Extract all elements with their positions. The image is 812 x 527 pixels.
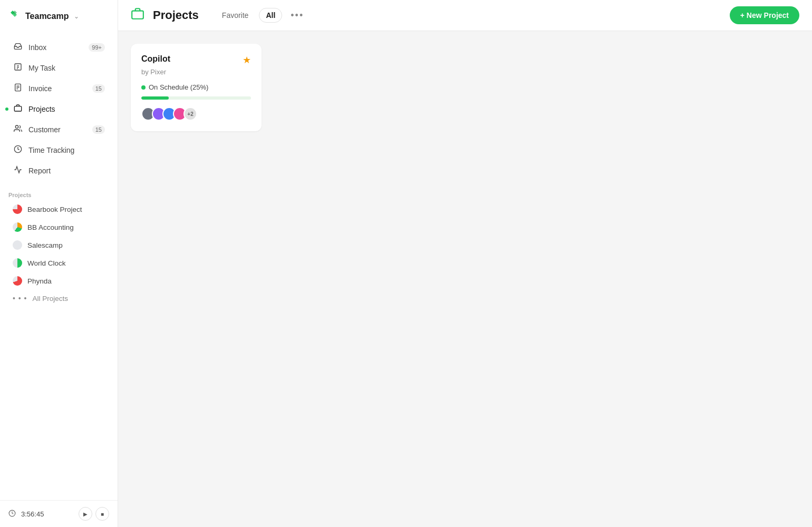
sidebar-item-my-task[interactable]: My Task	[4, 58, 113, 78]
invoice-label: Invoice	[28, 84, 52, 93]
progress-bar-fill	[141, 96, 169, 100]
sidebar-project-bearbook[interactable]: Bearbook Project	[4, 201, 113, 218]
report-label: Report	[28, 167, 51, 175]
phynda-dot	[13, 276, 22, 286]
salescamp-label: Salescamp	[27, 241, 63, 249]
sidebar-item-inbox[interactable]: Inbox 99+	[4, 37, 113, 57]
tab-favorite[interactable]: Favorite	[216, 8, 255, 22]
logo-icon	[8, 8, 21, 24]
customer-label: Customer	[28, 125, 61, 134]
sidebar-project-world-clock[interactable]: World Clock	[4, 255, 113, 271]
avatar-extra: +2	[183, 107, 197, 121]
sidebar-item-time-tracking[interactable]: Time Tracking	[4, 140, 113, 160]
salescamp-dot	[13, 240, 22, 250]
all-projects-item[interactable]: • • • All Projects	[4, 290, 113, 306]
time-tracking-label: Time Tracking	[28, 146, 74, 154]
timer-display: 3:56:45	[21, 510, 44, 518]
svg-point-9	[15, 125, 18, 128]
customer-badge: 15	[92, 125, 105, 134]
report-icon	[13, 165, 23, 176]
progress-bar-container	[141, 96, 251, 100]
card-avatars: +2	[141, 107, 251, 121]
inbox-badge: 99+	[89, 43, 105, 52]
project-card-copilot[interactable]: Copilot ★ by Pixer On Schedule (25%) +2	[131, 44, 262, 131]
invoice-badge: 15	[92, 84, 105, 93]
task-icon	[13, 63, 23, 73]
sidebar: Teamcamp ⌄ Inbox 99+ My Task	[0, 0, 118, 527]
page-title: Projects	[153, 8, 199, 22]
world-clock-dot	[13, 258, 22, 268]
customer-icon	[13, 124, 23, 135]
svg-rect-8	[14, 106, 21, 111]
sidebar-item-projects[interactable]: Projects	[4, 99, 113, 119]
timer-stop-button[interactable]: ■	[95, 507, 109, 521]
card-header: Copilot ★	[141, 54, 251, 66]
sidebar-item-invoice[interactable]: Invoice 15	[4, 79, 113, 99]
clock-icon	[13, 145, 23, 155]
invoice-icon	[13, 83, 23, 94]
card-title: Copilot	[141, 54, 170, 64]
new-project-button[interactable]: + New Project	[730, 6, 799, 24]
sidebar-item-report[interactable]: Report	[4, 161, 113, 181]
bearbook-label: Bearbook Project	[27, 206, 82, 213]
status-dot	[141, 85, 146, 90]
chevron-down-icon: ⌄	[74, 13, 79, 20]
app-name: Teamcamp	[25, 12, 69, 21]
svg-rect-12	[132, 11, 143, 19]
all-projects-label: All Projects	[32, 295, 68, 302]
app-logo-header[interactable]: Teamcamp ⌄	[0, 0, 118, 33]
inbox-label: Inbox	[28, 43, 46, 52]
all-projects-dots-icon: • • •	[13, 294, 27, 302]
main-area: Projects Favorite All ••• + New Project …	[118, 0, 812, 527]
star-icon: ★	[243, 54, 251, 66]
bb-accounting-label: BB Accounting	[27, 223, 74, 231]
sidebar-project-salescamp[interactable]: Salescamp	[4, 237, 113, 253]
bearbook-dot	[13, 204, 22, 214]
world-clock-label: World Clock	[27, 259, 66, 267]
card-status: On Schedule (25%)	[141, 83, 251, 91]
card-subtitle: by Pixer	[141, 68, 251, 76]
sidebar-item-customer[interactable]: Customer 15	[4, 120, 113, 140]
page-icon	[131, 7, 144, 24]
header-tabs: Favorite All •••	[216, 8, 308, 23]
sidebar-footer: 3:56:45 ▶ ■	[0, 500, 118, 527]
status-label: On Schedule (25%)	[149, 83, 208, 91]
projects-section-title: Projects	[0, 186, 118, 200]
timer-play-button[interactable]: ▶	[79, 507, 92, 521]
projects-label: Projects	[28, 105, 55, 113]
sidebar-project-bb-accounting[interactable]: BB Accounting	[4, 219, 113, 236]
inbox-icon	[13, 42, 23, 53]
sidebar-nav: Inbox 99+ My Task Invoice 15	[0, 33, 118, 186]
sidebar-project-phynda[interactable]: Phynda	[4, 272, 113, 289]
briefcase-icon	[13, 104, 23, 114]
my-task-label: My Task	[28, 64, 55, 72]
more-options-button[interactable]: •••	[286, 8, 308, 23]
tab-all[interactable]: All	[259, 8, 282, 23]
bb-accounting-dot	[13, 222, 22, 232]
projects-grid: Copilot ★ by Pixer On Schedule (25%) +2	[131, 44, 799, 131]
main-content: Copilot ★ by Pixer On Schedule (25%) +2	[118, 31, 812, 527]
phynda-label: Phynda	[27, 277, 52, 285]
timer-clock-icon	[8, 510, 16, 519]
timer-controls: ▶ ■	[79, 507, 109, 521]
main-header: Projects Favorite All ••• + New Project	[118, 0, 812, 31]
